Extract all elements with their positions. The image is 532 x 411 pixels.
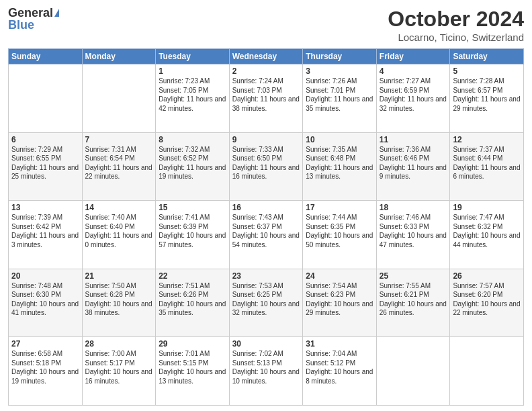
day-number: 20: [11, 271, 79, 281]
day-info: Sunrise: 7:39 AM Sunset: 6:42 PM Dayligh…: [11, 213, 79, 249]
calendar-cell: [450, 337, 524, 406]
day-info: Sunrise: 7:55 AM Sunset: 6:21 PM Dayligh…: [380, 281, 447, 318]
day-number: 11: [380, 135, 447, 144]
day-info: Sunrise: 7:00 AM Sunset: 5:17 PM Dayligh…: [85, 349, 153, 385]
day-info: Sunrise: 7:01 AM Sunset: 5:15 PM Dayligh…: [159, 349, 226, 385]
calendar-cell: 30Sunrise: 7:02 AM Sunset: 5:13 PM Dayli…: [229, 337, 303, 406]
day-number: 18: [380, 203, 447, 212]
calendar-cell: 7Sunrise: 7:31 AM Sunset: 6:54 PM Daylig…: [82, 132, 156, 201]
header: General Blue October 2024 Locarno, Ticin…: [8, 7, 524, 43]
day-number: 12: [453, 135, 521, 144]
calendar-cell: 3Sunrise: 7:26 AM Sunset: 7:01 PM Daylig…: [303, 64, 377, 133]
day-number: 1: [159, 66, 226, 76]
title-block: October 2024 Locarno, Ticino, Switzerlan…: [388, 7, 524, 43]
day-number: 25: [380, 271, 447, 281]
calendar-cell: 29Sunrise: 7:01 AM Sunset: 5:15 PM Dayli…: [156, 337, 230, 406]
calendar-cell: 20Sunrise: 7:48 AM Sunset: 6:30 PM Dayli…: [9, 269, 83, 337]
calendar-cell: 27Sunrise: 6:58 AM Sunset: 5:18 PM Dayli…: [9, 337, 83, 406]
calendar-cell: 9Sunrise: 7:33 AM Sunset: 6:50 PM Daylig…: [229, 132, 303, 201]
day-info: Sunrise: 7:53 AM Sunset: 6:25 PM Dayligh…: [232, 281, 300, 318]
day-info: Sunrise: 7:29 AM Sunset: 6:55 PM Dayligh…: [11, 145, 79, 181]
day-number: 17: [306, 203, 373, 212]
day-number: 27: [11, 339, 79, 349]
day-number: 29: [159, 339, 226, 349]
calendar-cell: 28Sunrise: 7:00 AM Sunset: 5:17 PM Dayli…: [82, 337, 156, 406]
day-number: 9: [232, 135, 300, 144]
page-container: General Blue October 2024 Locarno, Ticin…: [0, 0, 532, 411]
day-info: Sunrise: 7:24 AM Sunset: 7:03 PM Dayligh…: [232, 77, 300, 113]
day-number: 4: [380, 66, 447, 76]
calendar-cell: 31Sunrise: 7:04 AM Sunset: 5:12 PM Dayli…: [303, 337, 377, 406]
day-info: Sunrise: 7:23 AM Sunset: 7:05 PM Dayligh…: [159, 77, 226, 113]
weekday-header-row: SundayMondayTuesdayWednesdayThursdayFrid…: [9, 49, 524, 64]
calendar-week-row: 20Sunrise: 7:48 AM Sunset: 6:30 PM Dayli…: [9, 269, 524, 337]
calendar-cell: [82, 64, 156, 133]
calendar-cell: 10Sunrise: 7:35 AM Sunset: 6:48 PM Dayli…: [303, 132, 377, 201]
day-number: 24: [306, 271, 373, 281]
day-number: 21: [85, 271, 153, 281]
day-info: Sunrise: 7:02 AM Sunset: 5:13 PM Dayligh…: [232, 349, 300, 385]
calendar-cell: 23Sunrise: 7:53 AM Sunset: 6:25 PM Dayli…: [229, 269, 303, 337]
day-number: 13: [11, 203, 79, 212]
day-info: Sunrise: 7:40 AM Sunset: 6:40 PM Dayligh…: [85, 213, 153, 249]
weekday-header-saturday: Saturday: [450, 49, 524, 64]
calendar-cell: 21Sunrise: 7:50 AM Sunset: 6:28 PM Dayli…: [82, 269, 156, 337]
day-info: Sunrise: 7:48 AM Sunset: 6:30 PM Dayligh…: [11, 281, 79, 318]
day-info: Sunrise: 7:27 AM Sunset: 6:59 PM Dayligh…: [380, 77, 447, 113]
calendar-cell: 17Sunrise: 7:44 AM Sunset: 6:35 PM Dayli…: [303, 201, 377, 269]
day-number: 28: [85, 339, 153, 349]
calendar-cell: 4Sunrise: 7:27 AM Sunset: 6:59 PM Daylig…: [376, 64, 450, 133]
day-number: 23: [232, 271, 300, 281]
day-number: 31: [306, 339, 373, 349]
day-number: 14: [85, 203, 153, 212]
calendar-week-row: 1Sunrise: 7:23 AM Sunset: 7:05 PM Daylig…: [9, 64, 524, 133]
calendar-cell: [376, 337, 450, 406]
calendar-cell: 15Sunrise: 7:41 AM Sunset: 6:39 PM Dayli…: [156, 201, 230, 269]
calendar-cell: 26Sunrise: 7:57 AM Sunset: 6:20 PM Dayli…: [450, 269, 524, 337]
day-info: Sunrise: 7:35 AM Sunset: 6:48 PM Dayligh…: [306, 145, 373, 181]
weekday-header-monday: Monday: [82, 49, 156, 64]
calendar-cell: 13Sunrise: 7:39 AM Sunset: 6:42 PM Dayli…: [9, 201, 83, 269]
logo-general-text: General: [8, 7, 53, 19]
day-number: 15: [159, 203, 226, 212]
calendar-table: SundayMondayTuesdayWednesdayThursdayFrid…: [8, 48, 524, 406]
day-info: Sunrise: 7:36 AM Sunset: 6:46 PM Dayligh…: [380, 145, 447, 181]
calendar-week-row: 6Sunrise: 7:29 AM Sunset: 6:55 PM Daylig…: [9, 132, 524, 201]
weekday-header-friday: Friday: [376, 49, 450, 64]
day-info: Sunrise: 7:50 AM Sunset: 6:28 PM Dayligh…: [85, 281, 153, 318]
day-number: 19: [453, 203, 521, 212]
day-info: Sunrise: 7:33 AM Sunset: 6:50 PM Dayligh…: [232, 145, 300, 181]
day-number: 10: [306, 135, 373, 144]
calendar-cell: [9, 64, 83, 133]
calendar-week-row: 27Sunrise: 6:58 AM Sunset: 5:18 PM Dayli…: [9, 337, 524, 406]
day-info: Sunrise: 7:43 AM Sunset: 6:37 PM Dayligh…: [232, 213, 300, 249]
day-info: Sunrise: 7:44 AM Sunset: 6:35 PM Dayligh…: [306, 213, 373, 249]
calendar-cell: 14Sunrise: 7:40 AM Sunset: 6:40 PM Dayli…: [82, 201, 156, 269]
logo-triangle-icon: [54, 9, 59, 17]
calendar-week-row: 13Sunrise: 7:39 AM Sunset: 6:42 PM Dayli…: [9, 201, 524, 269]
day-info: Sunrise: 7:37 AM Sunset: 6:44 PM Dayligh…: [453, 145, 521, 181]
day-info: Sunrise: 7:26 AM Sunset: 7:01 PM Dayligh…: [306, 77, 373, 113]
day-number: 5: [453, 66, 521, 76]
calendar-cell: 8Sunrise: 7:32 AM Sunset: 6:52 PM Daylig…: [156, 132, 230, 201]
calendar-cell: 24Sunrise: 7:54 AM Sunset: 6:23 PM Dayli…: [303, 269, 377, 337]
calendar-cell: 6Sunrise: 7:29 AM Sunset: 6:55 PM Daylig…: [9, 132, 83, 201]
logo: General Blue: [8, 7, 59, 31]
weekday-header-sunday: Sunday: [9, 49, 83, 64]
day-number: 8: [159, 135, 226, 144]
day-number: 16: [232, 203, 300, 212]
day-info: Sunrise: 7:31 AM Sunset: 6:54 PM Dayligh…: [85, 145, 153, 181]
location: Locarno, Ticino, Switzerland: [388, 32, 524, 43]
day-number: 3: [306, 66, 373, 76]
weekday-header-thursday: Thursday: [303, 49, 377, 64]
month-title: October 2024: [388, 7, 524, 32]
calendar-cell: 19Sunrise: 7:47 AM Sunset: 6:32 PM Dayli…: [450, 201, 524, 269]
day-number: 26: [453, 271, 521, 281]
calendar-cell: 18Sunrise: 7:46 AM Sunset: 6:33 PM Dayli…: [376, 201, 450, 269]
day-info: Sunrise: 7:51 AM Sunset: 6:26 PM Dayligh…: [159, 281, 226, 318]
day-info: Sunrise: 7:57 AM Sunset: 6:20 PM Dayligh…: [453, 281, 521, 318]
calendar-cell: 22Sunrise: 7:51 AM Sunset: 6:26 PM Dayli…: [156, 269, 230, 337]
day-info: Sunrise: 7:04 AM Sunset: 5:12 PM Dayligh…: [306, 349, 373, 385]
calendar-cell: 12Sunrise: 7:37 AM Sunset: 6:44 PM Dayli…: [450, 132, 524, 201]
day-info: Sunrise: 7:46 AM Sunset: 6:33 PM Dayligh…: [380, 213, 447, 249]
